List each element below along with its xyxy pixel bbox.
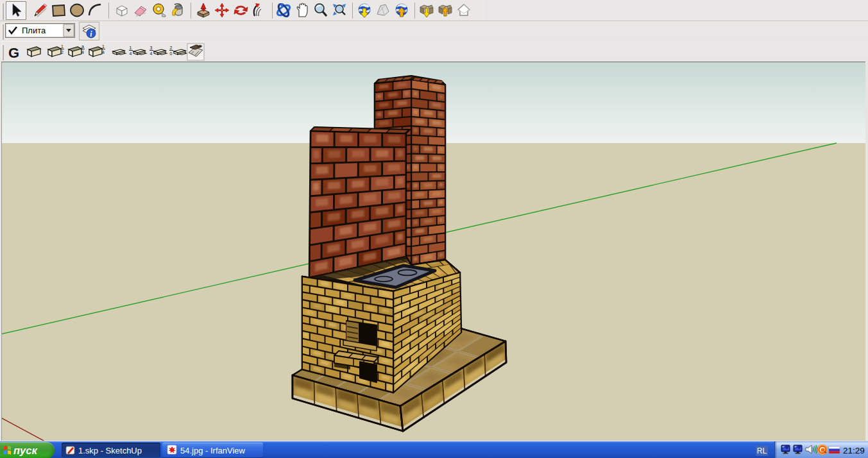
svg-text:3: 3 <box>150 46 153 50</box>
svg-text:2: 2 <box>170 46 173 50</box>
svg-text:1: 1 <box>61 44 64 49</box>
svg-text:1: 1 <box>130 46 132 50</box>
svg-text:4: 4 <box>130 51 132 56</box>
svg-text:Плита: Плита <box>22 26 46 35</box>
svg-text:21:29: 21:29 <box>843 446 865 455</box>
svg-text:RL: RL <box>757 446 767 455</box>
svg-text:a: a <box>81 44 84 49</box>
svg-text:2: 2 <box>61 50 64 55</box>
svg-text:4: 4 <box>102 50 105 55</box>
svg-text:4: 4 <box>81 50 84 55</box>
svg-text:4: 4 <box>150 51 153 56</box>
svg-text:пуск: пуск <box>13 445 38 456</box>
svg-text:1.skp - SketchUp: 1.skp - SketchUp <box>78 446 142 455</box>
svg-text:0: 0 <box>170 51 173 56</box>
svg-text:1: 1 <box>102 44 105 49</box>
svg-text:54.jpg - IrfanView: 54.jpg - IrfanView <box>180 446 246 455</box>
svg-text:G: G <box>8 45 19 61</box>
